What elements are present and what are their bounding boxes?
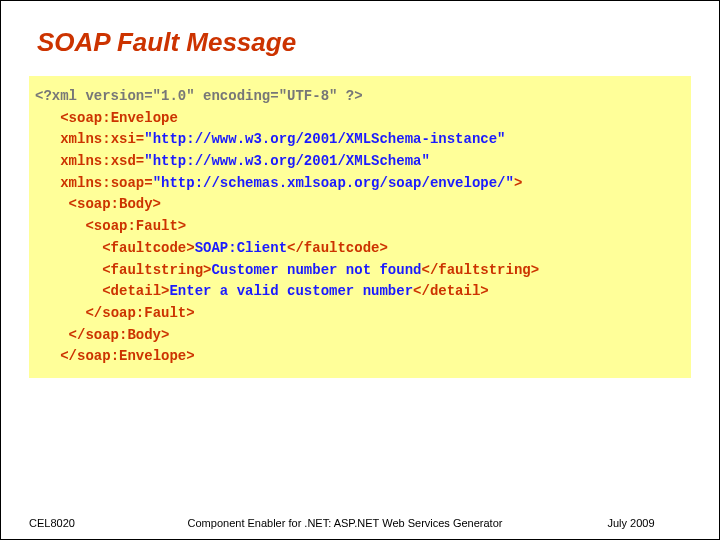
slide-title: SOAP Fault Message	[37, 27, 691, 58]
envelope-close-bracket: >	[514, 175, 522, 191]
attr-soap-name: xmlns:soap=	[60, 175, 152, 191]
envelope-open: <soap:Envelope	[60, 110, 178, 126]
footer-right: July 2009	[571, 517, 719, 529]
attr-xsd-name: xmlns:xsd=	[60, 153, 144, 169]
attr-xsd-value: "http://www.w3.org/2001/XMLSchema"	[144, 153, 430, 169]
footer: CEL8020 Component Enabler for .NET: ASP.…	[1, 517, 719, 529]
footer-left: CEL8020	[1, 517, 119, 529]
body-open: <soap:Body>	[69, 196, 161, 212]
footer-center: Component Enabler for .NET: ASP.NET Web …	[119, 517, 571, 529]
faultcode-close: </faultcode>	[287, 240, 388, 256]
faultstring-open: <faultstring>	[102, 262, 211, 278]
faultcode-open: <faultcode>	[102, 240, 194, 256]
fault-open: <soap:Fault>	[85, 218, 186, 234]
faultstring-text: Customer number not found	[211, 262, 421, 278]
detail-close: </detail>	[413, 283, 489, 299]
body-close: </soap:Body>	[69, 327, 170, 343]
code-block: <?xml version="1.0" encoding="UTF-8" ?> …	[29, 76, 691, 378]
detail-open: <detail>	[102, 283, 169, 299]
attr-soap-value: "http://schemas.xmlsoap.org/soap/envelop…	[153, 175, 514, 191]
attr-xsi-value: "http://www.w3.org/2001/XMLSchema-instan…	[144, 131, 505, 147]
faultstring-close: </faultstring>	[421, 262, 539, 278]
detail-text: Enter a valid customer number	[169, 283, 413, 299]
slide: SOAP Fault Message <?xml version="1.0" e…	[0, 0, 720, 540]
faultcode-text: SOAP:Client	[195, 240, 287, 256]
attr-xsi-name: xmlns:xsi=	[60, 131, 144, 147]
xml-prolog: <?xml version="1.0" encoding="UTF-8" ?>	[35, 88, 363, 104]
envelope-close: </soap:Envelope>	[60, 348, 194, 364]
fault-close: </soap:Fault>	[85, 305, 194, 321]
